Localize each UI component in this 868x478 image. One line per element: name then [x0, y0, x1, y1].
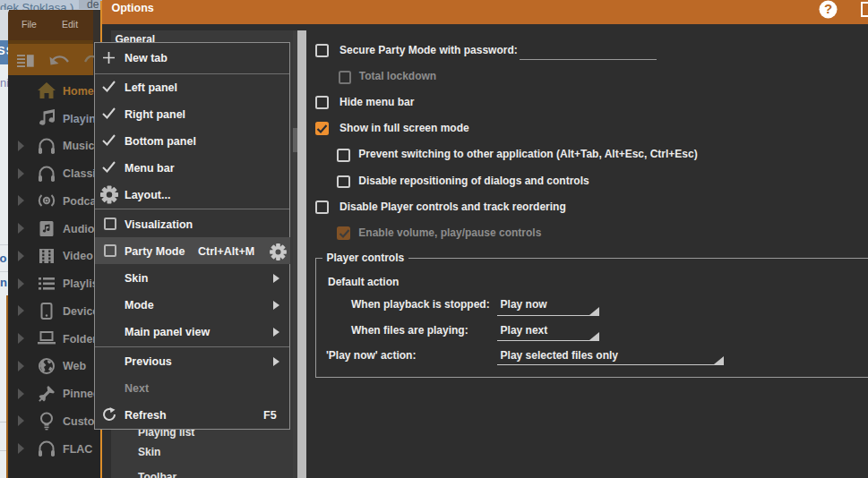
svg-text:?: ?: [823, 1, 831, 16]
